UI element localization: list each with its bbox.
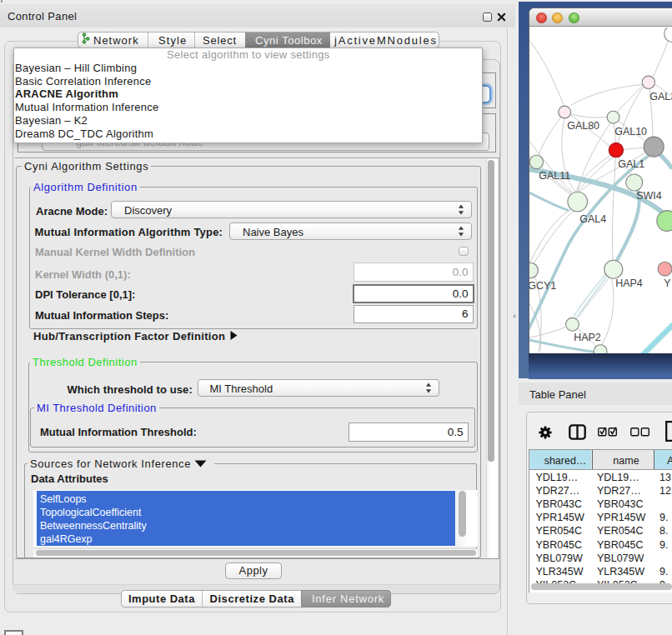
svg-text:GAL80: GAL80 <box>567 119 599 131</box>
svg-text:Y: Y <box>664 278 671 289</box>
svg-text:GCY1: GCY1 <box>529 280 556 292</box>
svg-text:GAL4: GAL4 <box>579 213 606 225</box>
svg-text:GAL3: GAL3 <box>649 90 672 102</box>
svg-text:HAP4: HAP4 <box>615 278 643 289</box>
svg-text:SWI4: SWI4 <box>636 190 662 202</box>
svg-text:GAL1: GAL1 <box>618 158 644 169</box>
svg-text:HAP2: HAP2 <box>574 332 601 343</box>
svg-text:GAL10: GAL10 <box>614 125 647 137</box>
svg-text:GAL11: GAL11 <box>539 169 570 181</box>
